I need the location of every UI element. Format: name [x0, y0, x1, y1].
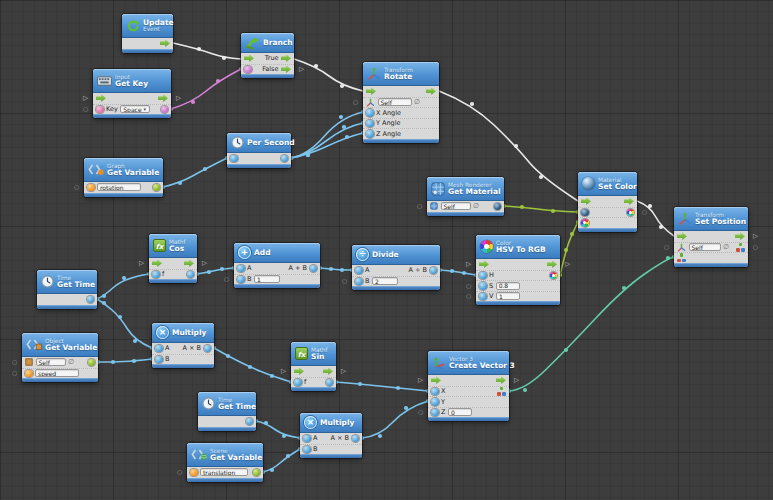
create-vector-3-flow-out[interactable] — [496, 376, 506, 384]
per-second-value-out[interactable] — [281, 155, 289, 163]
node-branch[interactable]: BranchTrue▷False — [241, 33, 294, 78]
create-vector-3-unconnected-flow-stub[interactable]: ▷ — [418, 377, 423, 384]
cos-flow-in[interactable] — [152, 259, 162, 267]
get-key-unconnected-flow-stub[interactable]: ▷ — [83, 95, 88, 102]
scene-get-variable-value-out[interactable] — [253, 469, 261, 477]
set-position-flow-out[interactable] — [735, 232, 745, 240]
divide-b-default-field[interactable]: 2 — [372, 277, 398, 285]
get-key-unconnected-data-stub[interactable]: ○ — [83, 106, 88, 112]
add-b-in[interactable] — [237, 276, 245, 284]
node-set-color[interactable]: MaterialSet Color○ — [578, 172, 637, 232]
object-get-variable-variable-name-field[interactable]: speed — [35, 369, 79, 377]
object-get-variable-self-field[interactable]: Self — [36, 358, 66, 366]
get-key-keycode-in[interactable] — [96, 106, 104, 114]
create-vector-3-unconnected-data-stub[interactable]: ○ — [418, 409, 423, 415]
set-color-flow-out[interactable] — [624, 197, 634, 205]
set-position-flow-in[interactable] — [677, 232, 687, 240]
node-sin[interactable]: fxMathfSin▷▷f — [291, 342, 336, 391]
create-vector-3-x-in[interactable] — [431, 388, 439, 396]
get-key-key-value-out[interactable] — [161, 106, 169, 114]
sin-unconnected-flow-stub[interactable]: ▷ — [281, 368, 286, 375]
scene-get-variable-name-in[interactable] — [190, 469, 198, 477]
get-key-key-selector[interactable]: Space▾ — [120, 105, 150, 113]
add-unconnected-data-stub[interactable]: ○ — [224, 276, 229, 282]
cos-result-out[interactable] — [187, 271, 195, 279]
set-position-unconnected-data-stub[interactable]: ○ — [753, 244, 758, 250]
add-a-in[interactable] — [237, 265, 245, 273]
create-vector-3-y-in[interactable] — [431, 398, 439, 406]
graph-canvas[interactable]: UpdateEventInputGet Key▷▷○KeySpace▾Branc… — [0, 0, 773, 500]
rotate-z-angle-in[interactable] — [366, 130, 374, 138]
hsv-to-rgb-unconnected-data-stub[interactable]: ○ — [466, 283, 471, 289]
get-time-1-time-out[interactable] — [87, 296, 95, 304]
set-position-position-out[interactable] — [736, 243, 745, 252]
update-event-flow-out[interactable] — [160, 39, 170, 47]
create-vector-3-z-default-field[interactable]: 0 — [448, 408, 472, 416]
node-divide[interactable]: ÷DivideAA ÷ B○B2 — [352, 245, 440, 290]
set-color-color-out[interactable] — [627, 209, 635, 217]
branch-true-out[interactable] — [281, 54, 291, 62]
graph-get-variable-value-out[interactable] — [153, 184, 161, 192]
branch-unconnected-flow-stub[interactable]: ▷ — [299, 66, 304, 73]
branch-condition-in[interactable] — [244, 66, 252, 74]
set-color-flow-in[interactable] — [581, 197, 591, 205]
add-sum-out[interactable] — [310, 265, 318, 273]
hsv-to-rgb-flow-in[interactable] — [479, 260, 489, 268]
cos-flow-out[interactable] — [184, 259, 194, 267]
divide-quotient-out[interactable] — [430, 267, 438, 275]
multiply-2-product-out[interactable] — [352, 435, 360, 443]
sin-result-out[interactable] — [326, 379, 334, 387]
node-scene-get-variable[interactable]: SceneGet Variable○translation — [187, 443, 263, 482]
get-material-material-out[interactable] — [494, 203, 502, 211]
multiply-2-a-in[interactable] — [303, 435, 311, 443]
divide-b-in[interactable] — [355, 278, 363, 286]
multiply-2-b-in[interactable] — [303, 446, 311, 454]
multiply-1-product-out[interactable] — [204, 345, 212, 353]
hsv-to-rgb-s-in[interactable] — [479, 282, 487, 290]
hsv-to-rgb-unconnected-flow-stub[interactable]: ▷ — [466, 261, 471, 268]
per-second-value-in[interactable] — [230, 155, 238, 163]
rotate-flow-in[interactable] — [366, 87, 376, 95]
set-color-material-in[interactable] — [581, 209, 589, 217]
rotate-self-field[interactable]: Self — [378, 98, 412, 106]
set-color-color-in[interactable] — [581, 219, 589, 227]
node-multiply-2[interactable]: ×MultiplyAA × BB — [300, 413, 362, 458]
node-rotate[interactable]: TransformRotate○Self∅X AngleY AngleZ Ang… — [363, 62, 439, 143]
graph-get-variable-unconnected-data-stub[interactable]: ○ — [74, 184, 79, 190]
hsv-to-rgb-s-default-field[interactable]: 0.8 — [496, 282, 520, 290]
scene-get-variable-variable-name-field[interactable]: translation — [200, 468, 248, 476]
node-set-position[interactable]: TransformSet Position▷○○Self∅ — [674, 207, 748, 267]
node-cos[interactable]: fxMathfCos▷▷f — [149, 234, 197, 283]
rotate-unconnected-data-stub[interactable]: ○ — [353, 99, 358, 105]
set-color-unconnected-data-stub[interactable]: ○ — [642, 209, 647, 215]
node-get-time-1[interactable]: TimeGet Time — [37, 270, 97, 309]
set-position-unconnected-data-stub[interactable]: ○ — [664, 244, 669, 250]
rotate-flow-out[interactable] — [426, 87, 436, 95]
set-position-self-field[interactable]: Self — [689, 243, 721, 251]
object-get-variable-unconnected-data-stub[interactable]: ○ — [12, 359, 17, 365]
sin-flow-in[interactable] — [294, 367, 304, 375]
create-vector-3-vector-out[interactable] — [497, 387, 506, 396]
node-hsv-to-rgb[interactable]: ColorHSV To RGB▷▷H○S0.8○V1 — [476, 235, 560, 305]
graph-get-variable-name-in[interactable] — [87, 184, 95, 192]
branch-false-out[interactable] — [281, 65, 291, 73]
divide-unconnected-data-stub[interactable]: ○ — [342, 278, 347, 284]
get-time-2-time-out[interactable] — [246, 418, 254, 426]
get-material-self-field[interactable]: Self — [441, 202, 471, 210]
node-per-second[interactable]: Per Second — [227, 133, 291, 168]
object-get-variable-value-out[interactable] — [88, 359, 96, 367]
object-get-variable-unconnected-data-stub[interactable]: ○ — [12, 370, 17, 376]
node-multiply-1[interactable]: ×MultiplyAA × BB — [152, 323, 214, 368]
cos-unconnected-flow-stub[interactable]: ▷ — [139, 260, 144, 267]
cos-unconnected-flow-stub[interactable]: ▷ — [202, 260, 207, 267]
hsv-to-rgb-flow-out[interactable] — [547, 260, 557, 268]
multiply-1-a-in[interactable] — [155, 345, 163, 353]
hsv-to-rgb-rgb-out[interactable] — [550, 272, 558, 280]
node-create-vector-3[interactable]: Vector 3Create Vector 3▷▷XY○Z0 — [428, 351, 509, 421]
node-add[interactable]: +AddAA + B○B1 — [234, 243, 320, 288]
divide-a-in[interactable] — [355, 267, 363, 275]
hsv-to-rgb-v-default-field[interactable]: 1 — [496, 292, 520, 300]
get-key-flow-out[interactable] — [158, 94, 168, 102]
node-get-time-2[interactable]: TimeGet Time — [198, 392, 256, 431]
multiply-1-b-in[interactable] — [155, 356, 163, 364]
